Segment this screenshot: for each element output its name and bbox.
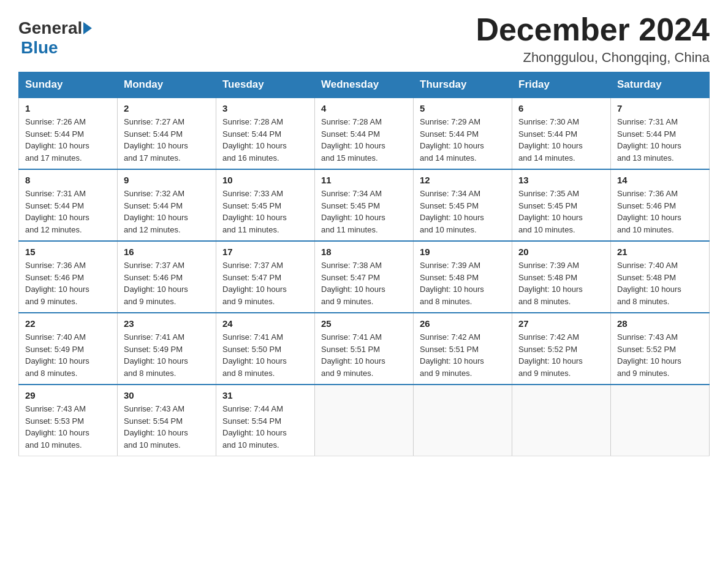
day-number: 10 bbox=[222, 175, 308, 185]
day-number: 24 bbox=[222, 318, 308, 329]
day-number: 2 bbox=[124, 103, 210, 113]
day-info: Sunrise: 7:41 AMSunset: 5:50 PMDaylight:… bbox=[222, 331, 308, 379]
calendar-header-cell: Tuesday bbox=[216, 72, 315, 98]
calendar-day-cell: 26Sunrise: 7:42 AMSunset: 5:51 PMDayligh… bbox=[414, 313, 512, 385]
day-number: 19 bbox=[420, 247, 506, 257]
day-number: 7 bbox=[617, 103, 703, 113]
calendar-day-cell: 30Sunrise: 7:43 AMSunset: 5:54 PMDayligh… bbox=[118, 385, 216, 456]
day-number: 30 bbox=[124, 390, 210, 400]
calendar-week-row: 15Sunrise: 7:36 AMSunset: 5:46 PMDayligh… bbox=[19, 241, 710, 313]
calendar-header-cell: Saturday bbox=[611, 72, 710, 98]
calendar-day-cell: 21Sunrise: 7:40 AMSunset: 5:48 PMDayligh… bbox=[611, 241, 710, 313]
day-info: Sunrise: 7:31 AMSunset: 5:44 PMDaylight:… bbox=[25, 188, 111, 236]
day-info: Sunrise: 7:29 AMSunset: 5:44 PMDaylight:… bbox=[420, 116, 506, 164]
day-number: 5 bbox=[420, 103, 506, 113]
page-header: General Blue December 2024 Zhonggulou, C… bbox=[18, 12, 710, 66]
day-info: Sunrise: 7:43 AMSunset: 5:54 PMDaylight:… bbox=[124, 403, 210, 451]
month-title: December 2024 bbox=[476, 12, 710, 47]
calendar-day-cell: 29Sunrise: 7:43 AMSunset: 5:53 PMDayligh… bbox=[19, 385, 118, 456]
location-subtitle: Zhonggulou, Chongqing, China bbox=[476, 50, 710, 66]
calendar-day-cell: 11Sunrise: 7:34 AMSunset: 5:45 PMDayligh… bbox=[315, 169, 414, 241]
day-number: 14 bbox=[617, 175, 703, 185]
day-number: 12 bbox=[420, 175, 506, 185]
logo-general-text: General bbox=[18, 18, 82, 38]
logo-blue-text: Blue bbox=[21, 38, 58, 57]
day-number: 26 bbox=[420, 318, 506, 329]
calendar-day-cell: 18Sunrise: 7:38 AMSunset: 5:47 PMDayligh… bbox=[315, 241, 414, 313]
calendar-day-cell: 23Sunrise: 7:41 AMSunset: 5:49 PMDayligh… bbox=[118, 313, 216, 385]
day-info: Sunrise: 7:36 AMSunset: 5:46 PMDaylight:… bbox=[617, 188, 703, 236]
day-info: Sunrise: 7:34 AMSunset: 5:45 PMDaylight:… bbox=[321, 188, 407, 236]
day-info: Sunrise: 7:28 AMSunset: 5:44 PMDaylight:… bbox=[321, 116, 407, 164]
day-number: 20 bbox=[518, 247, 604, 257]
day-info: Sunrise: 7:36 AMSunset: 5:46 PMDaylight:… bbox=[25, 259, 111, 307]
day-number: 1 bbox=[25, 103, 111, 113]
calendar-day-cell bbox=[611, 385, 710, 456]
day-info: Sunrise: 7:30 AMSunset: 5:44 PMDaylight:… bbox=[518, 116, 604, 164]
day-number: 6 bbox=[518, 103, 604, 113]
calendar-day-cell: 10Sunrise: 7:33 AMSunset: 5:45 PMDayligh… bbox=[216, 169, 315, 241]
calendar-day-cell bbox=[414, 385, 512, 456]
day-info: Sunrise: 7:37 AMSunset: 5:46 PMDaylight:… bbox=[124, 259, 210, 307]
day-info: Sunrise: 7:38 AMSunset: 5:47 PMDaylight:… bbox=[321, 259, 407, 307]
day-number: 27 bbox=[518, 318, 604, 329]
day-number: 28 bbox=[617, 318, 703, 329]
calendar-day-cell: 12Sunrise: 7:34 AMSunset: 5:45 PMDayligh… bbox=[414, 169, 512, 241]
day-number: 4 bbox=[321, 103, 407, 113]
day-info: Sunrise: 7:28 AMSunset: 5:44 PMDaylight:… bbox=[222, 116, 308, 164]
calendar-day-cell: 13Sunrise: 7:35 AMSunset: 5:45 PMDayligh… bbox=[512, 169, 611, 241]
day-number: 3 bbox=[222, 103, 308, 113]
day-number: 23 bbox=[124, 318, 210, 329]
day-number: 13 bbox=[518, 175, 604, 185]
calendar-day-cell: 2Sunrise: 7:27 AMSunset: 5:44 PMDaylight… bbox=[118, 98, 216, 169]
day-number: 8 bbox=[25, 175, 111, 185]
day-number: 25 bbox=[321, 318, 407, 329]
calendar-day-cell bbox=[315, 385, 414, 456]
calendar-table: SundayMondayTuesdayWednesdayThursdayFrid… bbox=[18, 72, 710, 456]
calendar-day-cell: 8Sunrise: 7:31 AMSunset: 5:44 PMDaylight… bbox=[19, 169, 118, 241]
day-info: Sunrise: 7:34 AMSunset: 5:45 PMDaylight:… bbox=[420, 188, 506, 236]
day-info: Sunrise: 7:27 AMSunset: 5:44 PMDaylight:… bbox=[124, 116, 210, 164]
day-info: Sunrise: 7:42 AMSunset: 5:51 PMDaylight:… bbox=[420, 331, 506, 379]
day-number: 18 bbox=[321, 247, 407, 257]
calendar-day-cell: 16Sunrise: 7:37 AMSunset: 5:46 PMDayligh… bbox=[118, 241, 216, 313]
day-number: 16 bbox=[124, 247, 210, 257]
day-number: 15 bbox=[25, 247, 111, 257]
day-info: Sunrise: 7:44 AMSunset: 5:54 PMDaylight:… bbox=[222, 403, 308, 451]
logo: General Blue bbox=[18, 12, 93, 58]
day-info: Sunrise: 7:32 AMSunset: 5:44 PMDaylight:… bbox=[124, 188, 210, 236]
calendar-day-cell: 22Sunrise: 7:40 AMSunset: 5:49 PMDayligh… bbox=[19, 313, 118, 385]
logo-arrow-icon bbox=[83, 22, 92, 34]
calendar-day-cell: 20Sunrise: 7:39 AMSunset: 5:48 PMDayligh… bbox=[512, 241, 611, 313]
day-info: Sunrise: 7:40 AMSunset: 5:49 PMDaylight:… bbox=[25, 331, 111, 379]
calendar-day-cell: 3Sunrise: 7:28 AMSunset: 5:44 PMDaylight… bbox=[216, 98, 315, 169]
calendar-day-cell: 19Sunrise: 7:39 AMSunset: 5:48 PMDayligh… bbox=[414, 241, 512, 313]
calendar-day-cell: 28Sunrise: 7:43 AMSunset: 5:52 PMDayligh… bbox=[611, 313, 710, 385]
calendar-header-cell: Friday bbox=[512, 72, 611, 98]
day-number: 29 bbox=[25, 390, 111, 400]
calendar-header-cell: Thursday bbox=[414, 72, 512, 98]
day-info: Sunrise: 7:40 AMSunset: 5:48 PMDaylight:… bbox=[617, 259, 703, 307]
calendar-day-cell: 15Sunrise: 7:36 AMSunset: 5:46 PMDayligh… bbox=[19, 241, 118, 313]
calendar-header-cell: Sunday bbox=[19, 72, 118, 98]
calendar-header-cell: Monday bbox=[118, 72, 216, 98]
calendar-day-cell: 17Sunrise: 7:37 AMSunset: 5:47 PMDayligh… bbox=[216, 241, 315, 313]
day-info: Sunrise: 7:35 AMSunset: 5:45 PMDaylight:… bbox=[518, 188, 604, 236]
calendar-day-cell: 24Sunrise: 7:41 AMSunset: 5:50 PMDayligh… bbox=[216, 313, 315, 385]
day-number: 31 bbox=[222, 390, 308, 400]
calendar-day-cell: 27Sunrise: 7:42 AMSunset: 5:52 PMDayligh… bbox=[512, 313, 611, 385]
calendar-week-row: 8Sunrise: 7:31 AMSunset: 5:44 PMDaylight… bbox=[19, 169, 710, 241]
calendar-header-cell: Wednesday bbox=[315, 72, 414, 98]
day-info: Sunrise: 7:39 AMSunset: 5:48 PMDaylight:… bbox=[420, 259, 506, 307]
day-info: Sunrise: 7:31 AMSunset: 5:44 PMDaylight:… bbox=[617, 116, 703, 164]
calendar-day-cell: 7Sunrise: 7:31 AMSunset: 5:44 PMDaylight… bbox=[611, 98, 710, 169]
day-info: Sunrise: 7:37 AMSunset: 5:47 PMDaylight:… bbox=[222, 259, 308, 307]
calendar-day-cell: 31Sunrise: 7:44 AMSunset: 5:54 PMDayligh… bbox=[216, 385, 315, 456]
day-number: 17 bbox=[222, 247, 308, 257]
calendar-week-row: 1Sunrise: 7:26 AMSunset: 5:44 PMDaylight… bbox=[19, 98, 710, 169]
calendar-day-cell bbox=[512, 385, 611, 456]
calendar-day-cell: 6Sunrise: 7:30 AMSunset: 5:44 PMDaylight… bbox=[512, 98, 611, 169]
day-info: Sunrise: 7:41 AMSunset: 5:51 PMDaylight:… bbox=[321, 331, 407, 379]
calendar-day-cell: 5Sunrise: 7:29 AMSunset: 5:44 PMDaylight… bbox=[414, 98, 512, 169]
calendar-day-cell: 9Sunrise: 7:32 AMSunset: 5:44 PMDaylight… bbox=[118, 169, 216, 241]
